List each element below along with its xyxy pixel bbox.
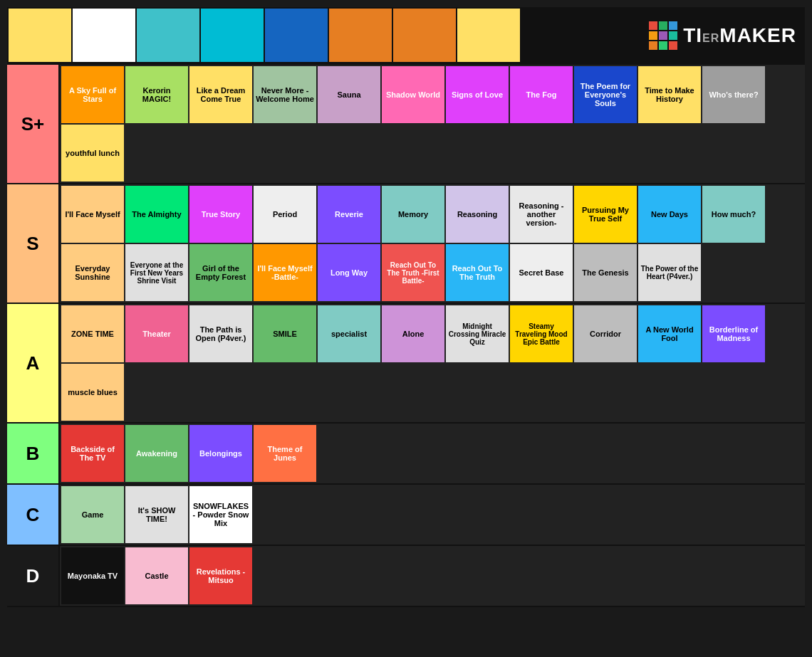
item-shadow-world: Shadow World	[382, 66, 444, 123]
item-memory: Memory	[382, 186, 444, 243]
tier-label-s: S	[7, 184, 58, 303]
item-mayonaka-tv: Mayonaka TV	[61, 547, 124, 604]
item-backside-tv: Backside of The TV	[61, 425, 124, 482]
item-reach-out-truth: Reach Out To The Truth	[446, 244, 509, 301]
item-muscle-blues: muscle blues	[61, 364, 124, 421]
item-everyday-sunshine: Everyday Sunshine	[61, 244, 124, 301]
item-kerorin: Kerorin MAGIC!	[125, 66, 188, 123]
item-new-world-fool: A New World Fool	[638, 305, 701, 362]
item-theater: Theater	[125, 305, 188, 362]
top-item-corner	[457, 9, 520, 62]
item-poem-for-souls: The Poem for Everyone's Souls	[574, 66, 637, 123]
item-reasoning-another: Reasoning -another version-	[510, 186, 573, 243]
tier-row-b: B Backside of The TV Awakening Belonging…	[7, 424, 805, 483]
item-smile: SMILE	[254, 305, 316, 362]
item-theme-of-junes: Theme of Junes	[254, 425, 316, 482]
item-awakening: Awakening	[125, 425, 188, 482]
item-long-way: Long Way	[318, 244, 380, 301]
tier-items-a: ZONE TIME Theater The Path is Open (P4ve…	[60, 304, 805, 422]
tier-row-a: A ZONE TIME Theater The Path is Open (P4…	[7, 304, 805, 422]
tier-row-s: S I'll Face Myself The Almighty True Sto…	[7, 184, 805, 303]
item-game: Game	[61, 486, 124, 543]
item-snowflakes-powder: SNOWFLAKES - Powder Snow Mix	[189, 486, 252, 543]
top-item-beach	[265, 9, 328, 62]
item-zone-time: ZONE TIME	[61, 305, 124, 362]
item-sky-full-of-stars: A Sky Full of Stars	[61, 66, 124, 123]
item-alone: Alone	[382, 305, 444, 362]
item-period: Period	[254, 186, 316, 243]
item-revelations-mitsuo: Revelations - Mitsuo	[189, 547, 252, 604]
item-corridor: Corridor	[574, 305, 637, 362]
tier-row-c: C Game It's SHOW TIME! SNOWFLAKES - Powd…	[7, 485, 805, 545]
top-item-heartbeat	[137, 9, 199, 62]
item-how-much: How much?	[702, 186, 765, 243]
item-ill-face-myself: I'll Face Myself	[61, 186, 124, 243]
tier-items-c: Game It's SHOW TIME! SNOWFLAKES - Powder…	[60, 485, 805, 545]
tier-items-splus: A Sky Full of Stars Kerorin MAGIC! Like …	[60, 65, 805, 183]
top-item-never-more	[9, 9, 71, 62]
item-whos-there: Who's there?	[702, 66, 765, 123]
item-power-of-heart: The Power of the Heart (P4ver.)	[638, 244, 701, 301]
item-the-genesis: The Genesis	[574, 244, 637, 301]
top-item-ill-face	[329, 9, 392, 62]
item-true-story: True Story	[189, 186, 252, 243]
tier-label-c: C	[7, 485, 58, 545]
item-reverie: Reverie	[318, 186, 380, 243]
item-castle: Castle	[125, 547, 188, 604]
item-girl-empty-forest: Girl of the Empty Forest	[189, 244, 252, 301]
item-reach-out-first-battle: Reach Out To The Truth -First Battle-	[382, 244, 444, 301]
tier-label-splus: S+	[7, 65, 58, 183]
item-ill-face-myself-battle: I'll Face Myself -Battle-	[254, 244, 316, 301]
tier-items-d: Mayonaka TV Castle Revelations - Mitsuo	[60, 546, 805, 606]
item-pursuing-my-true-self: Pursuing My True Self	[574, 186, 637, 243]
item-everyone-shrine: Everyone at the First New Years Shrine V…	[125, 244, 188, 301]
item-time-to-make-history: Time to Make History	[638, 66, 701, 123]
item-specialist: specialist	[318, 305, 380, 362]
tier-label-b: B	[7, 424, 58, 483]
item-like-a-dream: Like a Dream Come True	[189, 66, 252, 123]
item-the-almighty: The Almighty	[125, 186, 188, 243]
top-item-heaven	[201, 9, 264, 62]
item-sauna: Sauna	[318, 66, 380, 123]
tier-label-a: A	[7, 304, 58, 422]
top-item-your-affection	[393, 9, 456, 62]
item-new-days: New Days	[638, 186, 701, 243]
item-midnight-crossing: Midnight Crossing Miracle Quiz	[446, 305, 509, 362]
item-secret-base: Secret Base	[510, 244, 573, 301]
item-the-fog: The Fog	[510, 66, 573, 123]
logo-grid	[649, 21, 677, 50]
item-borderline-madness: Borderline of Madness	[702, 305, 765, 362]
item-belongings: Belongings	[189, 425, 252, 482]
item-its-showtime: It's SHOW TIME!	[125, 486, 188, 543]
tier-row-splus: S+ A Sky Full of Stars Kerorin MAGIC! Li…	[7, 65, 805, 183]
tiermaker-text: TiERMAKER	[683, 24, 796, 47]
logo-area: TiERMAKER	[521, 9, 803, 62]
item-youthful-lunch: youthful lunch	[61, 125, 124, 182]
item-path-is-open: The Path is Open (P4ver.)	[189, 305, 252, 362]
item-never-more-welcome: Never More - Welcome Home	[254, 66, 316, 123]
tier-items-s: I'll Face Myself The Almighty True Story…	[60, 184, 805, 303]
top-item-snowflakes	[73, 9, 135, 62]
tier-label-d: D	[7, 546, 58, 606]
tier-items-b: Backside of The TV Awakening Belongings …	[60, 424, 805, 483]
item-steamy-traveling: Steamy Traveling Mood Epic Battle	[510, 305, 573, 362]
tier-list: TiERMAKER S+ A Sky Full of Stars Kerorin…	[7, 7, 805, 607]
item-reasoning: Reasoning	[446, 186, 509, 243]
tier-row-d: D Mayonaka TV Castle Revelations - Mitsu…	[7, 546, 805, 606]
item-signs-of-love: Signs of Love	[446, 66, 509, 123]
